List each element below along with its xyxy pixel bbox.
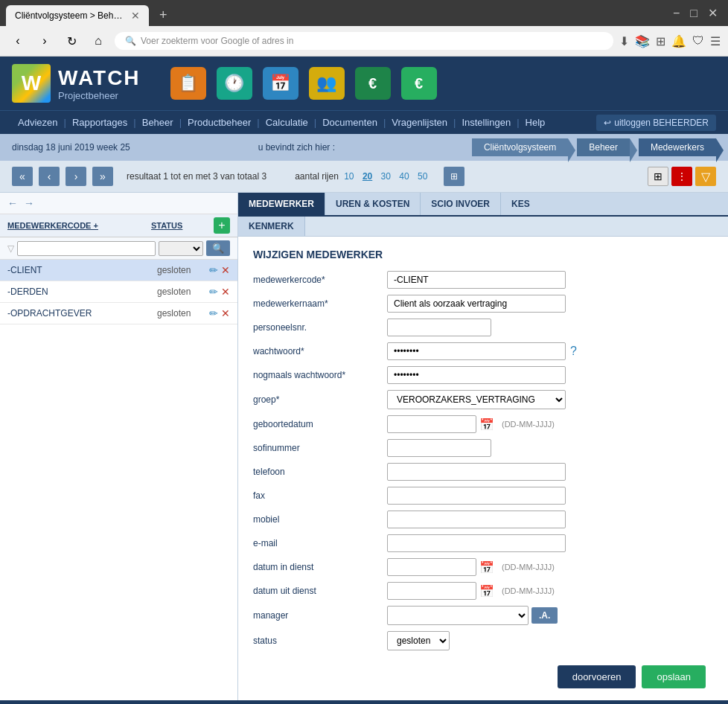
personeelsnr-input[interactable] [387,319,491,336]
nav-beheer[interactable]: Beheer [136,114,179,131]
sofinummer-input[interactable] [387,439,491,457]
tab-kes[interactable]: KES [501,193,540,215]
list-left-arrow[interactable]: ← [7,197,18,209]
wachtwoord-input[interactable] [387,342,566,360]
tab-title: Cliëntvolgsysteem > Beheer > Med [15,10,127,21]
list-view-button[interactable]: ⋮ [671,167,692,186]
groep-select[interactable]: VEROORZAKERS_VERTRAGING [387,390,566,409]
filter-input[interactable] [17,241,156,256]
row-10[interactable]: 10 [344,171,354,182]
add-item-button[interactable]: + [214,217,230,234]
tab-medewerker[interactable]: MEDEWERKER [238,193,325,215]
datum-in-dienst-calendar-icon[interactable]: 📅 [479,560,494,575]
notifications-icon: 🔔 [671,34,686,48]
wachtwoord-help-icon[interactable]: ? [570,345,577,358]
nav-productbeheer[interactable]: Productbeheer [182,114,257,131]
datum-in-dienst-input[interactable] [387,558,476,576]
edit-button[interactable]: ✏ [209,307,218,319]
nogmaals-input[interactable] [387,366,566,384]
tab-kenmerk[interactable]: KENMERK [238,217,305,236]
list-item[interactable]: -DERDEN gesloten ✏ ✕ [0,281,237,303]
datum-uit-dienst-calendar-icon[interactable]: 📅 [479,584,494,598]
edit-button[interactable]: ✏ [209,264,218,276]
list-item[interactable]: -OPDRACHTGEVER gesloten ✏ ✕ [0,303,237,324]
maximize-button[interactable]: □ [686,4,702,22]
breadcrumb-item-2[interactable]: Beheer [577,138,630,156]
new-tab-button[interactable]: + [152,4,175,26]
next-page-button[interactable]: › [66,167,86,186]
delete-button[interactable]: ✕ [221,307,230,319]
list-item[interactable]: -CLIENT gesloten ✏ ✕ [0,260,237,281]
mobiel-input[interactable] [387,511,566,528]
datum-uit-dienst-hint: (DD-MM-JJJJ) [502,586,555,595]
manager-select[interactable] [387,606,529,625]
nav-documenten[interactable]: Documenten [316,114,383,131]
nav-adviezen[interactable]: Adviezen [12,114,63,131]
nav-icon-euro2[interactable]: € [401,67,437,100]
filter-button[interactable]: ▽ [695,167,716,186]
personeelsnr-field [387,319,713,336]
back-button[interactable]: ‹ [7,31,28,51]
shield-icon: 🛡 [692,34,704,48]
breadcrumb-item-3[interactable]: Medewerkers [639,138,716,156]
row-50[interactable]: 50 [418,171,427,182]
medewerkernaam-input[interactable] [387,295,566,313]
status-filter-select[interactable]: gesloten open [159,241,203,256]
browser-tab[interactable]: Cliëntvolgsysteem > Beheer > Med ✕ [6,5,149,26]
nav-rapportages[interactable]: Rapportages [66,114,133,131]
list-right-arrow[interactable]: → [24,197,34,209]
address-bar[interactable]: 🔍 Voer zoekterm voor Google of adres in [115,32,613,50]
fax-input[interactable] [387,487,566,505]
view-buttons: ⊞ ⋮ ▽ [648,167,716,186]
geboortedatum-input[interactable] [387,415,476,433]
minimize-button[interactable]: − [668,4,684,22]
home-button[interactable]: ⌂ [88,31,109,51]
opslaan-button[interactable]: opslaan [642,665,706,688]
tab-scio-invoer[interactable]: SCIO INVOER [421,193,501,215]
nav-vragenlijsten[interactable]: Vragenlijsten [386,114,453,131]
datum-uit-dienst-input[interactable] [387,582,476,600]
nav-icon-euro1[interactable]: € [355,67,391,100]
col-header-code[interactable]: MEDEWERKERCODE + [7,221,151,230]
geboortedatum-field: 📅 (DD-MM-JJJJ) [387,415,713,433]
tab-close-icon[interactable]: ✕ [131,10,140,22]
tab-uren-kosten[interactable]: UREN & KOSTEN [325,193,421,215]
nav-icon-clock[interactable]: 🕐 [217,67,252,100]
content-area: « ‹ › » resultaat 1 tot en met 3 van tot… [0,161,728,700]
nav-calculatie[interactable]: Calculatie [260,114,314,131]
export-button[interactable]: ⊞ [444,167,464,186]
nav-help[interactable]: Help [520,114,552,131]
delete-button[interactable]: ✕ [221,286,230,298]
col-header-status[interactable]: STATUS [151,221,211,230]
medewerkercode-input[interactable] [387,271,566,289]
first-page-button[interactable]: « [12,167,33,186]
grid-view-button[interactable]: ⊞ [648,167,668,186]
close-button[interactable]: ✕ [703,4,722,22]
nav-icon-calendar[interactable]: 📅 [263,67,298,100]
logout-button[interactable]: ↩ uitloggen BEHEERDER [596,115,716,131]
list-navigation: ← → [0,193,237,214]
nav-icon-people[interactable]: 👥 [309,67,345,100]
wachtwoord-row: wachtwoord* ? [253,342,713,360]
nav-icon-book[interactable]: 📋 [170,67,206,100]
manager-action-button[interactable]: .A. [531,607,558,624]
delete-button[interactable]: ✕ [221,264,230,276]
status-select[interactable]: gesloten open [387,631,450,650]
search-button[interactable]: 🔍 [206,240,230,256]
row-40[interactable]: 40 [399,171,409,182]
email-input[interactable] [387,534,566,552]
prev-page-button[interactable]: ‹ [39,167,60,186]
geboortedatum-calendar-icon[interactable]: 📅 [479,417,494,432]
extensions-icon: ⊞ [656,34,665,48]
row-30[interactable]: 30 [381,171,391,182]
last-page-button[interactable]: » [92,167,113,186]
row-20[interactable]: 20 [363,171,372,182]
forward-button[interactable]: › [34,31,55,51]
edit-button[interactable]: ✏ [209,286,218,298]
medewerkercode-row: medewerkercode* [253,271,713,289]
breadcrumb-item-1[interactable]: Cliëntvolgsysteem [472,138,568,156]
reload-button[interactable]: ↻ [61,31,82,51]
doorvoeren-button[interactable]: doorvoeren [558,665,636,688]
nav-instellingen[interactable]: Instellingen [456,114,517,131]
telefoon-input[interactable] [387,463,566,481]
